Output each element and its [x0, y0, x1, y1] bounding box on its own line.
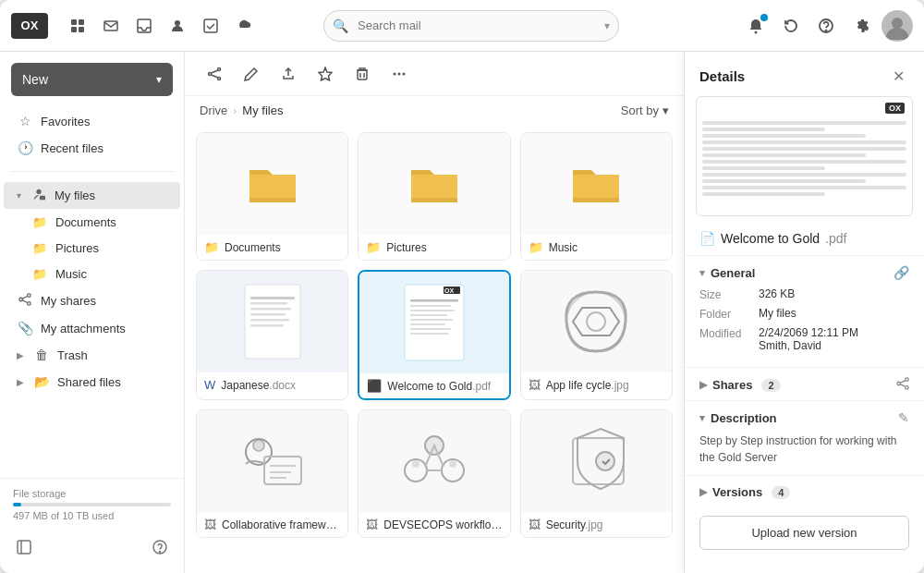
- file-card-pictures[interactable]: 📁 Pictures: [358, 132, 510, 261]
- mail-icon[interactable]: [96, 11, 126, 41]
- file-thumb-applifecycle: [521, 271, 672, 372]
- breadcrumb-path: Drive › My files: [200, 104, 283, 117]
- storage-label: File storage: [13, 488, 171, 499]
- file-label-music: 📁 Music: [521, 235, 672, 260]
- settings-icon[interactable]: [846, 11, 876, 41]
- sidebar-item-trash[interactable]: ▶ 🗑 Trash: [4, 342, 180, 368]
- sort-by-label: Sort by: [621, 104, 659, 117]
- sidebar-item-label-music: Music: [55, 267, 87, 281]
- tasks-icon[interactable]: [196, 11, 225, 41]
- file-name-devsec: DEVSECOPS workflow.png: [383, 518, 502, 531]
- general-section-title: ▾ General: [699, 266, 755, 280]
- avatar[interactable]: [881, 10, 913, 42]
- collapse-sidebar-icon[interactable]: [11, 534, 37, 560]
- preview-line-1: [702, 121, 906, 125]
- sidebar-item-myattachments[interactable]: 📎 My attachments: [4, 315, 180, 341]
- sidebar-item-myshares[interactable]: My shares: [4, 287, 180, 314]
- file-card-collab[interactable]: 🖼 Collaborative framework.jpg: [196, 409, 348, 538]
- sidebar-item-label-myshares: My shares: [41, 294, 96, 308]
- file-card-music[interactable]: 📁 Music: [520, 132, 673, 261]
- svg-point-23: [218, 77, 221, 79]
- file-card-applifecycle[interactable]: 🖼 App life cycle.jpg: [520, 270, 673, 400]
- svg-rect-7: [204, 19, 217, 32]
- star-toolbar-icon[interactable]: [310, 59, 340, 89]
- versions-chevron-icon: ▶: [699, 486, 707, 498]
- grid-icon[interactable]: [63, 11, 92, 41]
- breadcrumb-current: My files: [242, 104, 283, 117]
- sidebar-item-label-sharedfiles: Shared files: [57, 375, 121, 389]
- sidebar-item-favorites[interactable]: ☆ Favorites: [4, 108, 180, 134]
- svg-point-68: [897, 382, 901, 385]
- file-card-gold[interactable]: OX ⬛ W: [358, 270, 510, 400]
- sidebar-item-sharedfiles[interactable]: ▶ 📂 Shared files: [4, 369, 180, 395]
- details-panel: Details ✕ OX: [684, 52, 924, 573]
- general-chevron-icon: ▾: [699, 267, 705, 279]
- details-title: Details: [699, 68, 745, 84]
- sidebar-item-documents[interactable]: 📁 Documents: [11, 210, 180, 235]
- file-label-collab: 🖼 Collaborative framework.jpg: [197, 512, 347, 537]
- modified-row: Modified 2/24/2069 12:11 PM Smith, David: [699, 326, 909, 352]
- file-name-pictures: Pictures: [386, 241, 426, 254]
- description-edit-icon[interactable]: ✎: [898, 410, 909, 425]
- versions-section-header[interactable]: ▶ Versions 4: [685, 476, 924, 506]
- shares-section: ▶ Shares 2: [685, 367, 924, 400]
- search-icon: 🔍: [333, 18, 348, 33]
- svg-point-20: [160, 552, 161, 553]
- file-label-documents: 📁 Documents: [197, 235, 347, 260]
- description-section-header[interactable]: ▾ Description ✎: [685, 401, 924, 433]
- ox-logo: OX: [11, 13, 48, 39]
- sidebar-item-pictures[interactable]: 📁 Pictures: [11, 236, 180, 261]
- share-toolbar-icon[interactable]: [200, 59, 229, 89]
- svg-rect-50: [410, 333, 449, 335]
- svg-rect-40: [405, 285, 464, 360]
- bell-icon[interactable]: [741, 11, 771, 41]
- shares-share-icon[interactable]: [896, 377, 909, 393]
- files-grid: 📁 Documents 📁 Pictures: [185, 125, 684, 573]
- sort-by-control[interactable]: Sort by ▾: [621, 104, 669, 117]
- upload-toolbar-icon[interactable]: [274, 59, 303, 89]
- sidebar-item-recent[interactable]: 🕐 Recent files: [4, 135, 180, 161]
- size-value: 326 KB: [759, 287, 909, 300]
- question-icon[interactable]: [147, 534, 173, 560]
- versions-section-title: ▶ Versions 4: [699, 485, 790, 499]
- edit-toolbar-icon[interactable]: [237, 59, 266, 89]
- file-card-security[interactable]: 🖼 Security.jpg: [520, 409, 673, 538]
- preview-line-12: [702, 192, 825, 196]
- svg-point-21: [218, 67, 221, 70]
- file-card-japanese[interactable]: W Japanese.docx: [196, 270, 348, 400]
- shares-section-header[interactable]: ▶ Shares 2: [685, 368, 924, 400]
- delete-toolbar-icon[interactable]: [347, 59, 377, 89]
- search-input[interactable]: [323, 10, 619, 42]
- svg-text:OX: OX: [444, 287, 454, 294]
- preview-line-7: [702, 160, 906, 164]
- more-toolbar-icon[interactable]: [384, 59, 414, 89]
- help-icon[interactable]: [811, 11, 841, 41]
- svg-point-67: [906, 378, 909, 382]
- inbox-icon[interactable]: [129, 11, 159, 41]
- file-card-devsec[interactable]: 🖼 DEVSECOPS workflow.png: [358, 409, 510, 538]
- refresh-icon[interactable]: [776, 11, 806, 41]
- upload-new-version-button[interactable]: Upload new version: [699, 516, 909, 550]
- close-details-button[interactable]: ✕: [887, 65, 909, 87]
- new-button[interactable]: New ▾: [11, 63, 173, 96]
- jpg-icon: 🖼: [529, 378, 541, 392]
- cloud-icon[interactable]: [229, 11, 259, 41]
- general-link-icon[interactable]: 🔗: [894, 265, 909, 280]
- breadcrumb-root[interactable]: Drive: [200, 104, 227, 117]
- svg-point-12: [28, 294, 31, 298]
- general-section-header[interactable]: ▾ General 🔗: [685, 256, 924, 287]
- svg-point-69: [906, 386, 909, 390]
- svg-rect-27: [358, 70, 367, 79]
- file-thumb-japanese: [197, 271, 347, 372]
- sidebar-item-label-documents: Documents: [55, 215, 116, 229]
- sidebar-item-music[interactable]: 📁 Music: [11, 262, 180, 286]
- sidebar-item-myfiles[interactable]: ▾ My files: [4, 182, 180, 209]
- content-toolbar: [185, 52, 684, 96]
- modified-value: 2/24/2069 12:11 PM Smith, David: [759, 326, 909, 352]
- sidebar-divider: [9, 171, 175, 172]
- svg-rect-17: [18, 541, 30, 554]
- person-icon[interactable]: [163, 11, 192, 41]
- storage-section: File storage 497 MB of 10 TB used: [0, 478, 184, 529]
- file-card-documents[interactable]: 📁 Documents: [196, 132, 348, 261]
- svg-rect-37: [250, 313, 286, 316]
